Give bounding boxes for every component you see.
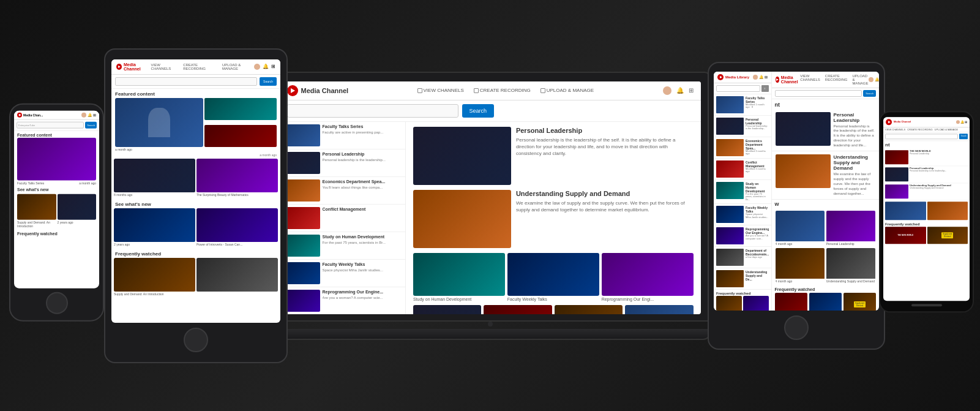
phone2-search-btn[interactable]: Search [959,134,968,139]
phone2-nav-view[interactable]: VIEW CHANNELS [885,128,905,131]
phone2-grid-1[interactable] [885,202,926,220]
phone-home-button[interactable] [46,292,68,314]
bell-icon[interactable]: 🔔 [960,120,964,124]
right-grid-1[interactable]: 4 month ago [776,211,825,246]
nav-view-channels[interactable]: VIEW CHANNELS [417,88,464,93]
row-thumb-2[interactable]: Faculty Weekly Talks [507,253,599,301]
bell-icon[interactable]: 🔔 [676,87,684,94]
right-freq-main-1[interactable] [775,293,807,310]
right-sidebar-item-4[interactable]: Conflict Management Modified 3 months ag… [714,159,771,180]
tablet-search-input[interactable] [115,77,257,86]
tablet-new-item-1[interactable]: 2 years ago [114,208,195,246]
phone2-item-2[interactable]: Personal Leadership Personal leadership … [883,166,970,183]
right-sidebar-item-9[interactable]: Understanding Supply and De... [714,268,771,290]
phone2-nav-upload[interactable]: UPLOAD & MANAGE [935,128,959,131]
right-freq-main-3[interactable]: Supply andDemand [843,293,876,310]
row-thumb-5[interactable]: Amiri Baraka Speaks to the Importa... [484,305,552,314]
tablet-nav-view[interactable]: VIEW CHANNELS [151,63,179,70]
sidebar-item-2[interactable]: Personal Leadership Personal leadership … [280,149,405,177]
grid-icon[interactable]: ⊞ [93,113,96,117]
phone2-grid-2[interactable] [927,202,968,220]
nav-upload-manage[interactable]: UPLOAD & MANAGE [540,88,594,93]
right-sidebar-item-1[interactable]: Faculty Talks Series Modified 1 month ag… [714,94,771,116]
right-nav-upload[interactable]: UPLOAD & MANAGE [852,74,868,85]
right-freq-thumb-2[interactable] [743,296,769,311]
laptop-search-button[interactable]: Search [462,104,495,118]
right-grid-4[interactable]: Understanding Supply and Demand [826,248,875,284]
row-thumb-4[interactable]: mn TED Talk [413,305,481,314]
right-sidebar-item-7[interactable]: Reprogramming Our Engine... Are you a wo… [714,225,771,247]
right-sidebar-item-2[interactable]: Personal Leadership Personal leadership … [714,116,771,137]
phone-search-button[interactable]: Search [85,121,97,128]
right-freq-main-2[interactable] [809,293,842,310]
right-grid-3[interactable]: 4 month ago [776,248,825,284]
right-grid-2[interactable]: Personal Leadership [826,211,875,246]
tablet-new-item-2[interactable]: Power of Introverts - Susan Can... [196,208,278,246]
right-main-search-btn[interactable]: Search [863,90,876,97]
right-sidebar-logo: Media Library [717,74,749,80]
phone2-freq-2[interactable]: Supply andDemand [927,227,968,244]
sidebar-item-7[interactable]: Reprogramming Our Engine... Are you a wo… [280,287,405,314]
grid-icon[interactable]: ⊞ [689,87,694,94]
phone2-logo-icon [886,119,892,125]
tablet-grid-item-2[interactable]: The Surprising Beauty of Mathematics [196,159,278,197]
tablet-grid-label-1: 8 months ago [114,193,195,197]
tablet-freq-item-1[interactable]: Supply and Demand: An Introduction [114,258,195,296]
right-sidebar-item-8[interactable]: Department of Baccalaureate... a few day… [714,247,771,268]
phone-new-item-2[interactable]: 2 years ago [58,194,97,227]
tablet-home-button[interactable] [184,328,208,352]
right-sidebar-thumb-8 [716,249,744,266]
phone2-search-input[interactable] [885,134,958,139]
grid-icon[interactable]: ⊞ [271,64,275,69]
right-sidebar-desc-8: a few days ago [746,256,769,259]
right-search-input[interactable] [716,85,760,92]
bell-icon[interactable]: 🔔 [759,75,763,80]
tablet-nav-upload[interactable]: UPLOAD & MANAGE [222,63,254,70]
phone-featured-big[interactable] [17,137,96,180]
right-sidebar-frequent-label: Frequently watched [714,290,771,296]
phone2-home-bar[interactable] [911,304,942,306]
right-sidebar-item-3[interactable]: Economics Department Spea... Modified 3 … [714,137,771,159]
bell-icon[interactable]: 🔔 [263,64,269,69]
phone2-item-1[interactable]: THE NEW WORLD Personal Leadership [883,149,970,166]
right-nav-create[interactable]: CREATE RECORDING [825,74,848,85]
grid-icon[interactable]: ⊞ [765,75,768,80]
phone2-supply-demand-label: Supply andDemand [927,227,968,244]
avatar [753,75,758,80]
bell-icon[interactable]: 🔔 [88,113,92,117]
tablet-secondary-2[interactable] [204,125,277,151]
tablet-featured-main[interactable]: a month ago [115,98,203,151]
phone2-nav-create[interactable]: CREATE RECORDING [907,128,932,131]
right-tablet-home[interactable] [784,315,809,340]
sidebar-item-6[interactable]: Faculty Weekly Talks Space physicist Mih… [280,260,405,287]
tablet-secondary-1[interactable] [204,98,277,124]
phone-new-item-1[interactable]: Supply and Demand: An Introduction [17,194,56,227]
right-sidebar-item-6[interactable]: Faculty Weekly Talks Space physicist Mih… [714,204,771,225]
right-search-sort[interactable]: ≡ [761,85,769,92]
phone-new-thumb-1 [17,194,56,219]
phone2-section-title: nt [883,141,970,149]
tablet-nav-create[interactable]: CREATE RECORDING [183,63,217,70]
laptop-search-input[interactable] [287,104,458,118]
right-sidebar-item-5[interactable]: Study on Human Development For the past … [714,180,771,204]
right-freq-thumb-1[interactable] [716,296,742,311]
right-nav-view[interactable]: VIEW CHANNELS [800,74,820,85]
sidebar-item-3[interactable]: Economics Department Spea... You'll lear… [280,177,405,205]
tablet-freq-item-2[interactable] [196,258,278,296]
sidebar-item-1[interactable]: Faculty Talks Series Faculty are active … [280,122,405,149]
tablet-grid-item-1[interactable]: 8 months ago [114,159,195,197]
row-thumb-3[interactable]: Reprogramming Our Engi... [602,253,694,301]
row-thumb-7[interactable]: Medical Career Day [625,305,693,314]
grid-icon[interactable]: ⊞ [965,120,967,124]
right-main-search-input[interactable] [775,90,862,97]
phone2-item-3[interactable]: Understanding Supply and Demand Understa… [883,183,970,200]
nav-create-recording[interactable]: CREATE RECORDING [474,88,531,93]
bell-icon[interactable]: 🔔 [875,77,879,81]
row-thumb-1[interactable]: Study on Human Development [413,253,505,301]
tablet-search-button[interactable]: Search [260,77,277,86]
phone2-freq-1[interactable]: THE NEW WORLD [885,227,926,244]
row-thumb-6[interactable]: Understanding Supply and Demand [555,305,623,314]
phone-search-input[interactable]: EnterpriseTube [17,121,84,128]
sidebar-item-4[interactable]: Conflict Management [280,205,405,232]
sidebar-item-5[interactable]: Study on Human Development For the past … [280,232,405,260]
